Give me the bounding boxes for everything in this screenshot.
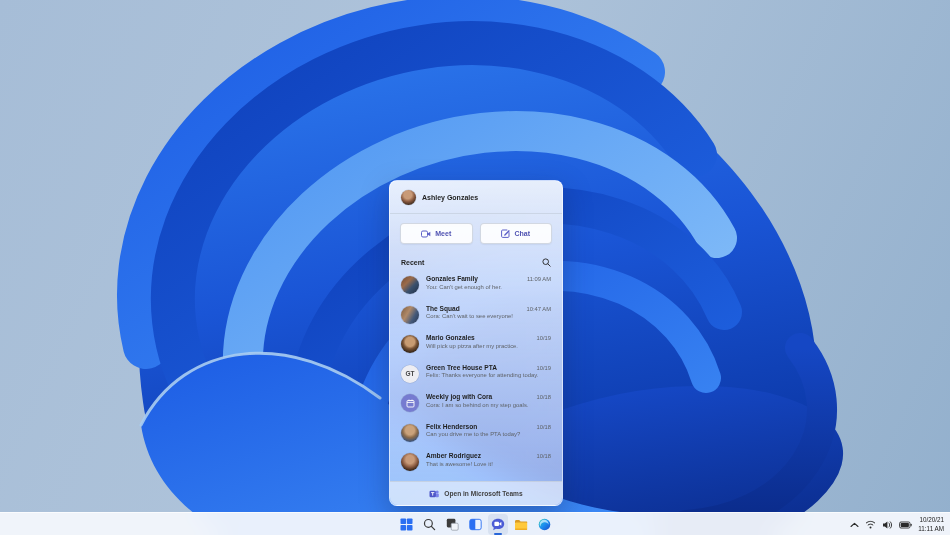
conversation-name: Green Tree House PTA [426,364,497,371]
meet-button[interactable]: Meet [400,223,473,244]
conversation-list: Gonzales Family 11:09 AM You: Can't get … [390,271,562,481]
conversation-row[interactable]: Mario Gonzales 10/19 Will pick up pizza … [390,330,562,360]
group-photo-avatar [401,276,419,294]
open-in-teams-button[interactable]: Open in Microsoft Teams [390,481,562,505]
search-button[interactable] [419,514,439,535]
conversation-time: 10/19 [536,335,551,341]
tray-date: 10/20/21 [918,516,944,524]
video-camera-icon [421,230,431,238]
taskbar-center-icons [396,513,554,535]
clock[interactable]: 10/20/21 11:11 AM [916,516,947,532]
volume-button[interactable] [880,515,895,535]
conversation-name: Mario Gonzales [426,334,475,341]
initials-avatar: GT [401,365,419,383]
teams-chat-flyout: Ashley Gonzales Meet Chat Recent [389,180,563,506]
conversation-time: 11:09 AM [527,276,551,282]
wifi-button[interactable] [863,515,878,535]
conversation-preview: You: Can't get enough of her. [426,284,551,290]
search-icon[interactable] [542,258,551,267]
file-explorer-button[interactable] [511,514,531,535]
calendar-avatar [401,394,419,412]
conversation-name: The Squad [426,305,460,312]
conversation-name: Felix Henderson [426,423,477,430]
battery-icon [899,521,912,529]
start-button[interactable] [396,514,416,535]
conversation-preview: Will pick up pizza after my practice. [426,343,551,349]
user-avatar [401,190,416,205]
conversation-name: Weekly jog with Cora [426,393,492,400]
person-photo-avatar [401,335,419,353]
tray-overflow-button[interactable] [848,515,861,535]
flyout-header: Ashley Gonzales [390,181,562,214]
conversation-row[interactable]: Gonzales Family 11:09 AM You: Can't get … [390,271,562,301]
edge-button[interactable] [534,514,554,535]
windows-start-icon [400,518,413,531]
compose-icon [501,229,510,238]
person-photo-avatar [401,453,419,471]
action-buttons: Meet Chat [390,214,562,252]
conversation-preview: Can you drive me to the PTA today? [426,431,551,437]
conversation-time: 10/18 [536,394,551,400]
edge-icon [538,518,551,531]
conversation-row[interactable]: Felix Henderson 10/18 Can you drive me t… [390,419,562,449]
meet-button-label: Meet [435,230,451,237]
teams-logo-icon [429,489,439,499]
conversation-preview: Cora: I am so behind on my step goals. [426,402,551,408]
search-icon [423,518,436,531]
chat-button[interactable]: Chat [480,223,553,244]
conversation-time: 10/18 [536,424,551,430]
volume-icon [882,520,893,530]
system-tray: 10/20/21 11:11 AM [848,513,947,535]
chat-button-taskbar[interactable] [488,514,508,535]
conversation-time: 10:47 AM [527,306,552,312]
recent-label: Recent [401,259,424,266]
desktop: Ashley Gonzales Meet Chat Recent [0,0,950,535]
conversation-name: Gonzales Family [426,275,478,282]
conversation-name: Amber Rodriguez [426,452,481,459]
conversation-preview: That is awesome! Love it! [426,461,551,467]
conversation-row[interactable]: GT Green Tree House PTA 10/19 Felix: Tha… [390,360,562,390]
conversation-time: 10/18 [536,453,551,459]
task-view-button[interactable] [442,514,462,535]
group-photo-avatar [401,306,419,324]
open-in-teams-label: Open in Microsoft Teams [444,490,522,497]
conversation-preview: Felix: Thanks everyone for attending tod… [426,372,551,378]
battery-button[interactable] [897,515,914,535]
person-photo-avatar [401,424,419,442]
tray-time: 11:11 AM [918,525,944,533]
taskbar: 10/20/21 11:11 AM [0,512,950,535]
chat-button-label: Chat [514,230,530,237]
widgets-button[interactable] [465,514,485,535]
calendar-icon [406,399,415,408]
conversation-row[interactable]: Amber Rodriguez 10/18 That is awesome! L… [390,448,562,478]
recent-header: Recent [390,252,562,271]
folder-icon [514,519,528,531]
task-view-icon [446,518,459,531]
wifi-icon [865,520,876,529]
conversation-row[interactable]: Weekly jog with Cora 10/18 Cora: I am so… [390,389,562,419]
chevron-up-icon [850,522,859,528]
widgets-icon [469,518,482,531]
teams-chat-icon [491,518,505,531]
conversation-time: 10/19 [536,365,551,371]
conversation-preview: Cora: Can't wait to see everyone! [426,313,551,319]
user-name: Ashley Gonzales [422,194,478,201]
conversation-row[interactable]: The Squad 10:47 AM Cora: Can't wait to s… [390,301,562,331]
